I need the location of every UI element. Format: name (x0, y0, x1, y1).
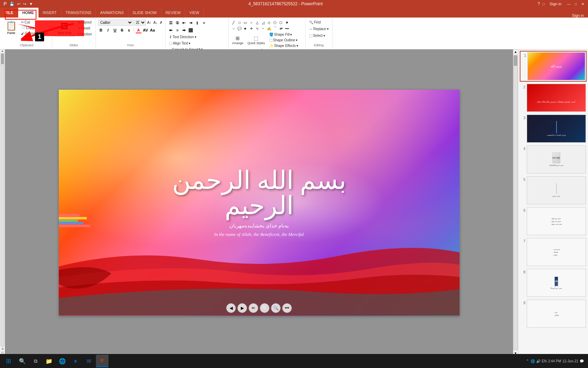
shape-diamond[interactable]: ◇ (266, 20, 272, 25)
decrease-indent-btn[interactable]: ⇤ (181, 20, 187, 26)
paste-button[interactable]: 📋 Paste (4, 20, 19, 35)
shape-rt-triangle[interactable]: ◿ (260, 20, 266, 25)
shape-line[interactable]: ╱ (231, 20, 236, 25)
task-view-btn[interactable]: ⧉ (29, 355, 42, 367)
windows-start-btn[interactable]: ⊞ (1, 355, 15, 367)
thumbnail-2[interactable]: 2 عربی بنویس نوموکرد بیزرس والی های توان (520, 83, 587, 113)
slide-canvas[interactable]: بسم الله الرحمن الرحيم به‌نام خدای بخشای… (59, 90, 460, 316)
layout-button[interactable]: ⊟Layout (76, 20, 93, 25)
zoom-btn[interactable]: 🔍 (271, 303, 281, 313)
shape-effects-button[interactable]: ✨Shape Effects▾ (268, 43, 300, 48)
signin-btn[interactable]: Sign in (547, 2, 564, 6)
shape-more[interactable]: ▼ (284, 20, 290, 25)
underline-button[interactable]: U (112, 27, 118, 33)
font-color-btn[interactable]: A (135, 27, 142, 33)
word-btn[interactable]: W (83, 355, 95, 367)
shape-oval[interactable]: ○ (248, 20, 254, 25)
tab-insert[interactable]: INSERT (38, 8, 61, 18)
tab-review[interactable]: REVIEW (161, 8, 185, 18)
shape-scribble[interactable]: ✍ (266, 26, 272, 31)
edge-btn[interactable]: e (69, 355, 82, 367)
shape-conn[interactable]: ⇄ (278, 26, 284, 31)
align-right-btn[interactable]: ➡ (181, 27, 187, 33)
reset-button[interactable]: ↺Reset (76, 26, 93, 31)
minimize-btn[interactable]: — (566, 1, 571, 6)
shape-round-rect[interactable]: ▭ (243, 20, 248, 25)
shape-more2[interactable]: ••• (284, 26, 290, 31)
notifications-btn[interactable]: 💬 (580, 359, 584, 363)
thumbnail-4[interactable]: 4 NYSE متن خبری اقتصادی (520, 145, 587, 174)
tab-animations[interactable]: ANIMATIONS (96, 8, 128, 18)
bold-button[interactable]: B (98, 27, 104, 33)
prev-slide-btn[interactable]: ◀ (226, 303, 236, 313)
save-btn[interactable]: 💾 (9, 2, 15, 6)
file-explorer-btn[interactable]: 📁 (43, 355, 55, 367)
eraser-btn[interactable]: ⬜ (260, 303, 270, 313)
shape-outline-button[interactable]: ⬚Shape Outline▾ (268, 38, 300, 43)
shape-pentagon[interactable]: ⬠ (272, 20, 278, 25)
shape-freeform[interactable]: ⌢ (260, 26, 266, 31)
powerpoint-btn[interactable]: P (96, 355, 108, 367)
bullets-btn[interactable]: ☰ (168, 20, 174, 26)
shape-hexagon[interactable]: ⬡ (278, 20, 284, 25)
columns-btn[interactable]: ⫿ (194, 20, 201, 26)
left-scroll[interactable]: ▲ ⊕ ⊡ (0, 49, 5, 356)
signin-link[interactable]: Sign in (572, 13, 588, 18)
scroll-up-btn[interactable]: ▲ (513, 49, 518, 54)
tab-file[interactable]: FILE (0, 8, 18, 18)
shape-callout[interactable]: 💬 (237, 26, 242, 31)
volume-icon[interactable]: 🔊 (536, 359, 540, 363)
increase-font-btn[interactable]: A↑ (147, 20, 152, 25)
clear-format-btn[interactable]: ✗ (159, 20, 163, 25)
help-btn[interactable]: ? (538, 1, 540, 6)
shape-arrow[interactable]: → (231, 26, 236, 31)
thumbnail-7[interactable]: 7 - متن خبر- تحلیل- نتیجه (520, 237, 587, 267)
undo-btn[interactable]: ↩ (16, 2, 21, 6)
fit-view-btn[interactable]: ⊕ (1, 347, 4, 350)
shape-fill-button[interactable]: 🪣Shape Fill▾ (268, 32, 300, 37)
align-center-btn[interactable]: ≡ (174, 27, 181, 33)
scroll-up-btn[interactable]: ▲ (1, 49, 4, 53)
quick-styles-button[interactable]: ⬚ Quick Styles (246, 35, 266, 46)
justify-btn[interactable]: ⬛ (188, 27, 194, 33)
shape-rect[interactable]: □ (237, 20, 242, 25)
strikethrough-button[interactable]: S (119, 27, 125, 33)
char-spacing-btn[interactable]: AV (142, 27, 149, 33)
align-left-btn[interactable]: ⬅ (168, 27, 174, 33)
tab-slideshow[interactable]: SLIDE SHOW (128, 8, 161, 18)
italic-button[interactable]: I (105, 27, 111, 33)
ribbon-display-btn[interactable]: □ (542, 2, 545, 6)
line-spacing-btn[interactable]: ≡ (201, 20, 207, 26)
redo-btn[interactable]: ↪ (22, 2, 27, 6)
tab-transitions[interactable]: TRANSITIONS (61, 8, 96, 18)
thumbnail-8[interactable]: 8 🇺🇸 متن خبر آمریکا (520, 268, 587, 298)
text-shadow-button[interactable]: s (126, 27, 132, 33)
shape-curve[interactable]: ∿ (254, 26, 260, 31)
find-button[interactable]: 🔍Find (308, 20, 322, 25)
shape-triangle[interactable]: △ (254, 20, 260, 25)
copy-button[interactable]: 📄Copy (20, 25, 50, 30)
new-slide-button[interactable]: 🖼 New Slide (54, 20, 75, 36)
font-name-select[interactable]: Calibri (98, 20, 133, 26)
thumbnail-3[interactable]: 3 بیس از فضیله عبدالجمهیت (520, 114, 587, 143)
pen-tool-btn[interactable]: ✏ (248, 303, 258, 313)
section-button[interactable]: §Section (76, 32, 93, 37)
shape-arc[interactable]: ⌒ (272, 26, 278, 31)
close-btn[interactable]: ✕ (580, 1, 585, 6)
chrome-btn[interactable]: 🌐 (56, 355, 69, 367)
change-case-btn[interactable]: Aa (149, 27, 156, 33)
slide-text-area[interactable]: بسم الله الرحمن الرحيم به‌نام خدای بخشای… (159, 168, 359, 237)
thumbnail-9[interactable]: 9 - خبر- تحلیل (520, 299, 587, 328)
font-size-select[interactable]: 20 (134, 20, 146, 26)
thumbnail-5[interactable]: 5 متن خبری (520, 176, 587, 205)
format-painter-button[interactable]: 🖌Format Painter (20, 31, 50, 36)
thumbnail-1[interactable]: 1 بسم الله (520, 51, 587, 82)
network-icon[interactable]: 🌐 (531, 359, 535, 363)
tray-icons[interactable]: ⌃ (526, 359, 529, 363)
shape-star[interactable]: ★ (243, 26, 248, 31)
search-btn[interactable]: 🔍 (16, 355, 29, 367)
numbering-btn[interactable]: ① (174, 20, 181, 26)
replace-button[interactable]: ↔Replace▾ (308, 26, 330, 32)
more-tools-btn[interactable]: ••• (282, 303, 292, 313)
arrange-button[interactable]: ⊞ Arrange (231, 35, 245, 46)
